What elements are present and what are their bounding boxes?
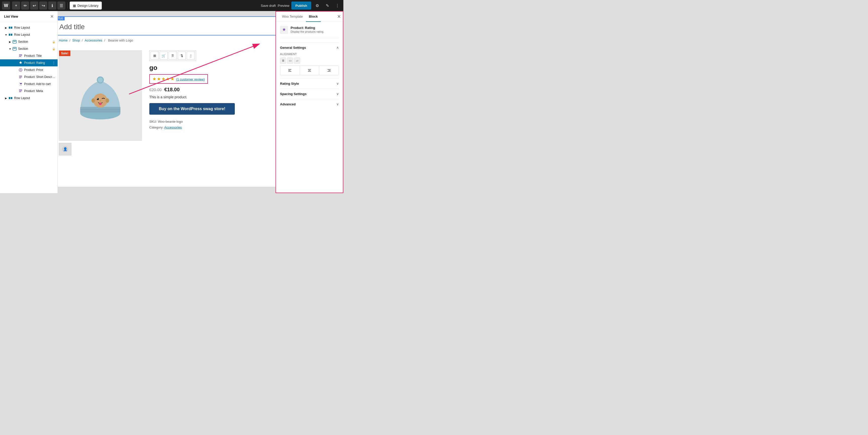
general-settings-header[interactable]: General Settings ∧ [280, 42, 339, 53]
tree-item-row-layout-2[interactable]: ▼ Row Layout [0, 31, 58, 38]
more-icon-rating[interactable]: ⋮ [52, 61, 56, 65]
info-button[interactable]: ℹ [48, 1, 56, 9]
align-tablet-icon[interactable]: ▭ [287, 58, 293, 64]
block-reorder-icon[interactable]: ⇅ [178, 52, 186, 60]
tab-block[interactable]: Block [306, 11, 321, 22]
align-left-icon [288, 68, 292, 72]
align-right-icon [327, 68, 331, 72]
svg-rect-11 [19, 78, 21, 78]
expand-icon-row1[interactable]: ▶ [4, 26, 8, 30]
save-draft-button[interactable]: Save draft [261, 4, 276, 7]
redo-button[interactable]: ↪ [39, 1, 47, 9]
product-section: Sale! [58, 45, 276, 160]
expand-icon-row2[interactable]: ▼ [4, 33, 8, 37]
svg-point-12 [20, 85, 20, 86]
spacing-settings-header[interactable]: Spacing Settings ∨ [280, 89, 339, 99]
svg-rect-15 [11, 97, 12, 99]
tree-item-product-add-to-cart[interactable]: Product: Add to cart [0, 81, 58, 88]
tree-item-label-row2: Row Layout [14, 33, 56, 36]
advanced-header[interactable]: Advanced ∨ [280, 99, 339, 109]
tree-item-section-2[interactable]: ▼ Section 🔒 [0, 45, 58, 52]
category-link[interactable]: Accessories [164, 125, 182, 129]
product-info-col: ⊞ 🛒 ⠿ ⇅ ⋮ go ★★★★★ (1 customer review) [149, 50, 275, 155]
review-link[interactable]: (1 customer review) [176, 77, 205, 81]
panel-close-button[interactable]: ✕ [337, 14, 341, 19]
right-panel: Woo Template Block ✕ Product: Rating Dis… [276, 11, 343, 193]
block-more-icon[interactable]: ⋮ [187, 52, 195, 60]
rating-style-header[interactable]: Rating Style ∨ [280, 78, 339, 89]
edit-button[interactable]: ✎ [323, 1, 331, 9]
title-block[interactable]: TITLE Add title [58, 17, 276, 35]
price-row: €20.00 €18.00 [149, 87, 275, 93]
tools-button[interactable]: ✏ [21, 1, 29, 9]
block-info: Product: Rating Display the products rat… [280, 26, 339, 38]
woo-icon-product-meta [18, 89, 23, 93]
settings-button[interactable]: ⚙ [313, 1, 321, 9]
tree-item-section-1[interactable]: ▶ Section 🔒 [0, 38, 58, 45]
add-block-button[interactable]: + [12, 1, 20, 9]
block-drag-icon[interactable]: ⊞ [151, 52, 159, 60]
list-view-button[interactable]: ☰ [57, 1, 65, 9]
breadcrumb-sep1: / [69, 38, 71, 42]
tree-item-label-product-rating: Product: Rating [24, 61, 52, 65]
general-settings-chevron: ∧ [336, 45, 339, 50]
block-cart-icon[interactable]: 🛒 [160, 52, 168, 60]
svg-point-29 [105, 98, 109, 103]
design-library-button[interactable]: ▦ Design Library [70, 1, 102, 9]
breadcrumb-accessories[interactable]: Accessories [85, 38, 102, 42]
svg-rect-17 [80, 107, 120, 113]
settings-section-rating-style: Rating Style ∨ [280, 78, 339, 89]
expand-icon-row3[interactable]: ▶ [4, 96, 8, 100]
rating-block[interactable]: ★★★★★ (1 customer review) [149, 74, 208, 84]
tree-item-row-layout-3[interactable]: ▶ Row Layout [0, 95, 58, 101]
rating-style-chevron: ∨ [336, 82, 339, 86]
align-right-button[interactable] [319, 66, 339, 75]
list-view-close-button[interactable]: ✕ [50, 14, 54, 19]
undo-button[interactable]: ↩ [30, 1, 38, 9]
lock-icon-sec1: 🔒 [52, 40, 56, 43]
advanced-chevron: ∨ [336, 102, 339, 106]
thumb-icon: 👤 [61, 145, 69, 153]
align-left-button[interactable] [280, 66, 300, 75]
tree-item-label-sec1: Section [18, 40, 52, 43]
buy-button[interactable]: Buy on the WordPress swag store! [149, 103, 235, 115]
title-placeholder[interactable]: Add title [59, 23, 274, 31]
publish-button[interactable]: Publish [291, 1, 311, 9]
sku-label: SKU: [149, 120, 157, 123]
svg-rect-6 [13, 47, 16, 50]
expand-icon-sec1[interactable]: ▶ [8, 40, 12, 44]
tab-woo-template[interactable]: Woo Template [279, 11, 306, 22]
more-options-button[interactable]: ⋮ [333, 1, 341, 9]
alignment-row: 🖥 ▭ ▱ [280, 58, 339, 64]
align-desktop-icon[interactable]: 🖥 [280, 58, 286, 64]
svg-rect-9 [19, 76, 22, 76]
tree-item-product-price[interactable]: Product: Price [0, 66, 58, 73]
tree-item-product-title[interactable]: Product: Title [0, 52, 58, 59]
new-price: €18.00 [164, 87, 180, 92]
rating-stars: ★★★★★ [152, 76, 175, 82]
product-thumbnail-1[interactable]: 👤 [59, 143, 71, 155]
category-label: Category: [149, 125, 163, 129]
breadcrumb-shop[interactable]: Shop [72, 38, 80, 42]
tree-item-product-short-desc[interactable]: Product: Short Description [0, 73, 58, 81]
tree-item-product-meta[interactable]: Product: Meta [0, 88, 58, 95]
tree-item-label-product-price: Product: Price [24, 68, 56, 72]
top-toolbar: W + ✏ ↩ ↪ ℹ ☰ ▦ Design Library Save draf… [0, 0, 343, 11]
block-name: Product: Rating [290, 26, 324, 30]
align-mobile-icon[interactable]: ▱ [294, 58, 300, 64]
wp-logo[interactable]: W [2, 1, 10, 9]
old-price: €20.00 [149, 88, 162, 92]
preview-button[interactable]: Preview [278, 4, 289, 7]
block-move-icon[interactable]: ⠿ [169, 52, 177, 60]
svg-rect-7 [13, 48, 16, 49]
expand-icon-sec2[interactable]: ▼ [8, 47, 12, 51]
breadcrumb-sep2: / [82, 38, 84, 42]
breadcrumb-home[interactable]: Home [59, 38, 68, 42]
tree-item-row-layout-1[interactable]: ▶ Row Layout [0, 24, 58, 31]
align-center-button[interactable] [300, 66, 319, 75]
svg-rect-3 [11, 34, 12, 36]
list-view-title: List View [4, 14, 18, 18]
spacing-settings-label: Spacing Settings [280, 92, 306, 96]
tree-item-product-rating[interactable]: Product: Rating ⋮ [0, 59, 58, 66]
item-actions-sec2: 🔒 [52, 47, 56, 51]
